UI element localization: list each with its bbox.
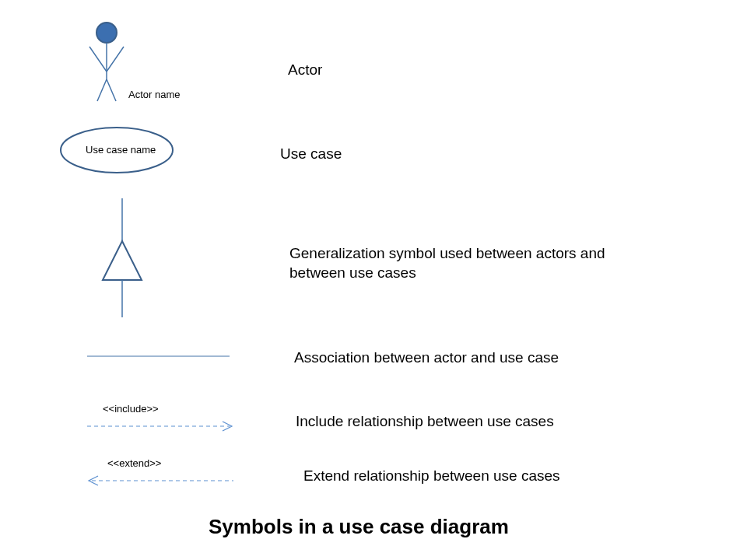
actor-caption: Actor name [128,89,180,100]
association-line-icon [86,348,233,364]
generalization-description: Generalization symbol used between actor… [289,244,624,282]
extend-caption: <<extend>> [107,457,161,469]
actor-symbol: Actor name [78,17,202,110]
svg-point-0 [96,23,117,43]
include-caption: <<include>> [103,403,159,415]
extend-symbol: <<extend>> [86,457,241,488]
association-symbol [86,348,233,364]
svg-line-4 [97,79,107,101]
diagram-title: Symbols in a use case diagram [209,515,509,539]
svg-line-3 [107,47,124,72]
usecase-symbol: Use case name [54,123,195,177]
svg-marker-8 [103,241,142,280]
include-description: Include relationship between use cases [296,412,554,432]
usecase-description: Use case [280,145,342,164]
actor-description: Actor [288,61,322,80]
generalization-symbol [93,194,156,319]
association-description: Association between actor and use case [294,348,559,368]
svg-line-2 [89,47,107,72]
include-symbol: <<include>> [86,403,241,434]
generalization-arrow-icon [93,194,156,319]
usecase-caption: Use case name [86,144,156,156]
svg-line-5 [107,79,116,101]
extend-arrow-icon [86,473,241,488]
include-arrow-icon [86,418,241,434]
extend-description: Extend relationship between use cases [303,467,560,486]
